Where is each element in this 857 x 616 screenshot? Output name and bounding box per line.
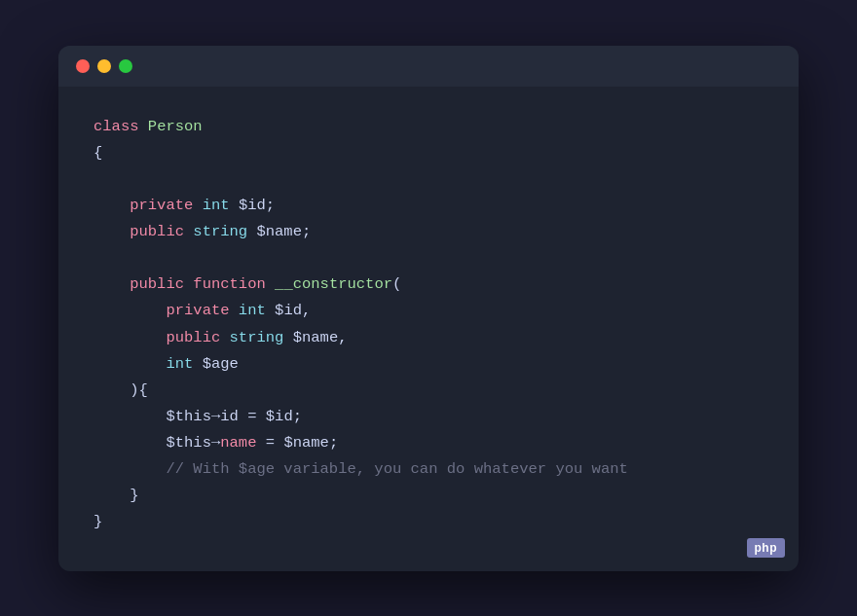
code-line-3 bbox=[93, 166, 764, 193]
code-line-12: $this→id = $id; bbox=[93, 404, 764, 430]
minimize-button[interactable] bbox=[97, 59, 111, 73]
code-line-15: } bbox=[93, 483, 764, 509]
code-line-7: public function __constructor( bbox=[93, 272, 764, 298]
code-window: class Person { private int $id; public s… bbox=[58, 46, 799, 571]
code-editor: class Person { private int $id; public s… bbox=[58, 87, 799, 571]
code-line-6 bbox=[93, 245, 764, 272]
code-line-16: } bbox=[93, 509, 764, 535]
maximize-button[interactable] bbox=[119, 59, 132, 73]
code-line-10: int $age bbox=[93, 351, 764, 378]
code-line-8: private int $id, bbox=[93, 298, 764, 324]
code-line-1: class Person bbox=[93, 114, 764, 140]
titlebar bbox=[58, 46, 799, 87]
code-line-4: private int $id; bbox=[93, 193, 764, 219]
code-line-13: $this→name = $name; bbox=[93, 430, 764, 456]
php-badge: php bbox=[747, 538, 786, 558]
code-line-5: public string $name; bbox=[93, 219, 764, 245]
code-line-9: public string $name, bbox=[93, 325, 764, 351]
code-line-14: // With $age variable, you can do whatev… bbox=[93, 456, 764, 483]
code-line-2: { bbox=[93, 140, 764, 166]
close-button[interactable] bbox=[76, 59, 90, 73]
code-line-11: ){ bbox=[93, 378, 764, 404]
